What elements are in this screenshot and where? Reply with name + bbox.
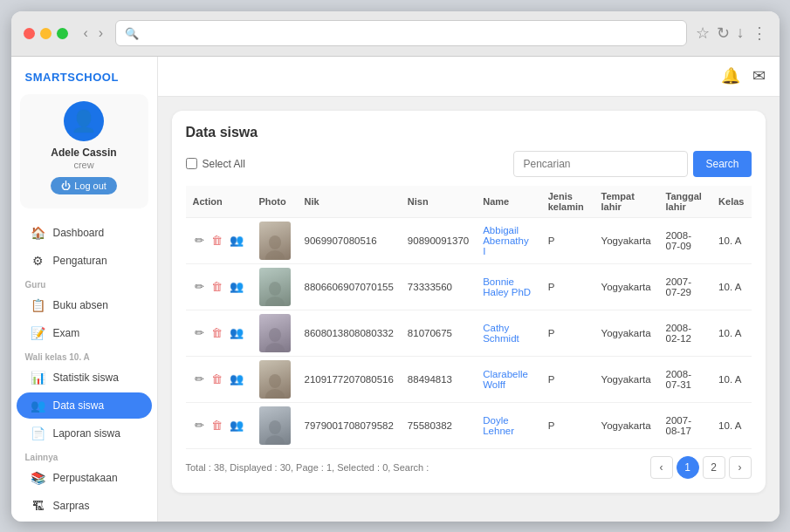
avatar: 👤 — [64, 101, 104, 141]
sidebar-item-buku-absen[interactable]: 📋 Buku absen — [17, 292, 152, 318]
logout-button[interactable]: ⏻ Log out — [51, 177, 117, 194]
notification-icon[interactable]: 🔔 — [721, 66, 740, 85]
edit-button[interactable]: ✏ — [193, 371, 206, 387]
edit-button[interactable]: ✏ — [193, 278, 206, 295]
photo-thumb — [259, 268, 291, 306]
cell-photo — [252, 263, 298, 310]
delete-button[interactable]: 🗑 — [210, 417, 224, 433]
reload-icon[interactable]: ↻ — [717, 24, 730, 43]
table-row: ✏ 🗑 👥 8608013808080332 81070675 Cathy Sc… — [186, 310, 752, 356]
cell-tempat-lahir: Yogyakarta — [594, 217, 659, 263]
sidebar-item-dashboard[interactable]: 🏠 Dashboard — [17, 220, 152, 246]
sidebar-item-label: Data siswa — [53, 399, 105, 412]
sidebar-item-perpustakaan[interactable]: 📚 Perpustakaan — [17, 465, 152, 491]
delete-button[interactable]: 🗑 — [210, 371, 224, 387]
cell-action: ✏ 🗑 👥 — [186, 356, 252, 402]
sidebar-item-exam[interactable]: 📝 Exam — [17, 320, 152, 346]
sidebar-item-label: Statistik siswa — [53, 372, 119, 384]
sidebar-item-laporan-siswa[interactable]: 📄 Laporan siswa — [17, 420, 152, 447]
document-icon: 📄 — [31, 426, 46, 440]
page-title: Data siswa — [186, 125, 752, 140]
group-button[interactable]: 👥 — [228, 324, 245, 341]
sidebar-item-pengaturan[interactable]: ⚙ Pengaturan — [17, 248, 152, 274]
prev-page-button[interactable]: ‹ — [650, 456, 673, 479]
photo-thumb — [259, 222, 291, 260]
minimize-button[interactable] — [40, 28, 52, 39]
cell-nik: 7979001708079582 — [298, 402, 401, 448]
group-button[interactable]: 👥 — [228, 417, 245, 433]
select-all-label[interactable]: Select All — [186, 158, 245, 170]
cell-kelas: 10. A — [711, 263, 751, 310]
col-tempat-lahir: Tempat lahir — [594, 186, 659, 218]
data-table: Action Photo Nik Nisn Name Jenis kelamin… — [186, 186, 752, 449]
svg-point-5 — [265, 343, 285, 352]
student-name-link[interactable]: Doyle Lehner — [483, 415, 514, 436]
browser-titlebar: ‹ › 🔍 ☆ ↻ ↓ ⋮ — [11, 11, 780, 57]
menu-icon[interactable]: ⋮ — [752, 24, 767, 43]
select-all-checkbox[interactable] — [186, 158, 197, 169]
cell-tanggal-lahir: 2007-07-29 — [659, 263, 712, 310]
cell-photo — [252, 356, 298, 402]
cell-action: ✏ 🗑 👥 — [186, 217, 252, 263]
search-button[interactable]: Search — [693, 151, 751, 177]
cell-tempat-lahir: Yogyakarta — [594, 263, 659, 310]
edit-button[interactable]: ✏ — [193, 417, 206, 433]
group-button[interactable]: 👥 — [228, 371, 245, 387]
search-input[interactable] — [513, 151, 688, 177]
main-content: Data siswa Select All Search — [158, 97, 780, 522]
person-silhouette — [265, 372, 285, 399]
header-icons: 🔔 ✉ — [721, 66, 766, 85]
maximize-button[interactable] — [57, 28, 68, 39]
cell-jenis-kelamin: P — [541, 310, 594, 356]
cell-kelas: 10. A — [711, 356, 751, 402]
page-1-button[interactable]: 1 — [677, 456, 699, 479]
group-button[interactable]: 👥 — [228, 232, 245, 249]
delete-button[interactable]: 🗑 — [210, 278, 224, 295]
delete-button[interactable]: 🗑 — [210, 324, 224, 341]
close-button[interactable] — [24, 28, 35, 39]
cell-action: ✏ 🗑 👥 — [186, 310, 252, 356]
forward-button[interactable]: › — [95, 24, 106, 43]
sidebar-item-data-siswa[interactable]: 👥 Data siswa — [17, 392, 152, 419]
cell-name: Clarabelle Wolff — [476, 356, 541, 402]
star-icon[interactable]: ☆ — [696, 24, 710, 43]
group-button[interactable]: 👥 — [228, 278, 245, 295]
svg-point-2 — [269, 282, 281, 296]
table-status: Total : 38, Displayed : 30, Page : 1, Se… — [186, 462, 429, 473]
cell-jenis-kelamin: P — [541, 263, 594, 310]
section-label-guru: Guru — [11, 275, 157, 291]
student-name-link[interactable]: Clarabelle Wolff — [483, 369, 528, 390]
cell-jenis-kelamin: P — [541, 402, 594, 448]
url-input[interactable] — [144, 27, 677, 40]
users-icon: 👥 — [31, 399, 46, 413]
download-icon[interactable]: ↓ — [737, 24, 745, 43]
cell-tempat-lahir: Yogyakarta — [594, 402, 659, 448]
cell-tanggal-lahir: 2008-02-12 — [659, 310, 712, 356]
cell-name: Cathy Schmidt — [476, 310, 541, 356]
logout-label: Log out — [74, 181, 106, 191]
search-icon: 🔍 — [125, 27, 139, 40]
sidebar-item-sarpras[interactable]: 🏗 Sarpras — [17, 493, 152, 519]
cell-nisn: 81070675 — [401, 310, 476, 356]
student-name-link[interactable]: Cathy Schmidt — [483, 323, 519, 344]
cell-nisn: 90890091370 — [401, 217, 476, 263]
person-silhouette — [265, 280, 285, 306]
sidebar-item-statistik-siswa[interactable]: 📊 Statistik siswa — [17, 365, 152, 391]
cell-kelas: 10. A — [711, 310, 751, 356]
back-button[interactable]: ‹ — [80, 24, 92, 43]
building-icon: 🏗 — [31, 499, 46, 513]
mail-icon[interactable]: ✉ — [752, 66, 766, 85]
col-name: Name — [476, 186, 541, 218]
exam-icon: 📝 — [31, 326, 46, 340]
student-name-link[interactable]: Abbigail Abernathy I — [483, 225, 528, 256]
edit-button[interactable]: ✏ — [193, 324, 206, 341]
edit-button[interactable]: ✏ — [193, 232, 206, 249]
table-row: ✏ 🗑 👥 8806606907070155 73333560 Bonnie H… — [186, 263, 752, 310]
page-2-button[interactable]: 2 — [703, 456, 725, 479]
row-actions: ✏ 🗑 👥 — [193, 278, 245, 295]
next-page-button[interactable]: › — [729, 456, 752, 479]
profile-name: Adele Cassin — [51, 147, 116, 159]
delete-button[interactable]: 🗑 — [210, 232, 224, 249]
student-name-link[interactable]: Bonnie Haley PhD — [483, 276, 531, 297]
cell-photo — [252, 310, 298, 356]
